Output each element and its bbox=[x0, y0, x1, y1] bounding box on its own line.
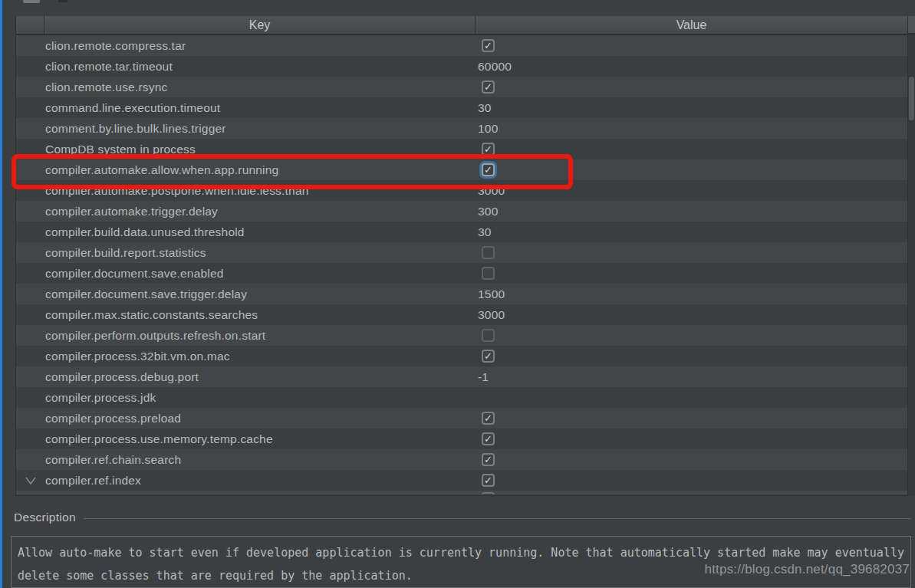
value-text[interactable]: 3000 bbox=[478, 308, 505, 322]
value-checkbox[interactable] bbox=[482, 412, 495, 425]
value-checkbox[interactable] bbox=[482, 350, 495, 363]
expander-cell[interactable] bbox=[16, 146, 45, 153]
table-row[interactable]: compiler.document.save.enabled bbox=[16, 263, 907, 284]
row-value-cell: 100 bbox=[476, 122, 907, 136]
expander-cell[interactable] bbox=[16, 166, 45, 174]
value-checkbox[interactable] bbox=[482, 329, 495, 342]
expander-cell[interactable] bbox=[16, 415, 45, 422]
expander-cell[interactable] bbox=[16, 435, 45, 443]
row-value-cell bbox=[476, 474, 907, 487]
expander-cell[interactable] bbox=[16, 332, 45, 340]
table-row[interactable]: compiler.ref.chain.search bbox=[16, 449, 907, 470]
scrollbar-header-corner bbox=[908, 16, 915, 34]
row-value-cell: 30 bbox=[476, 101, 907, 115]
value-text[interactable]: 30 bbox=[478, 101, 492, 115]
value-text[interactable]: -1 bbox=[478, 370, 489, 384]
table-row[interactable]: compiler.max.static.constants.searches 3… bbox=[16, 304, 907, 325]
expander-cell[interactable] bbox=[16, 311, 45, 319]
expander-cell[interactable] bbox=[16, 270, 45, 278]
table-row[interactable]: compiler.perform.outputs.refresh.on.star… bbox=[16, 325, 907, 346]
table-row[interactable]: command.line.execution.timeout 30 bbox=[16, 97, 907, 118]
expander-cell[interactable] bbox=[16, 187, 45, 195]
row-key: compiler.automake.trigger.delay bbox=[45, 205, 476, 218]
value-checkbox[interactable] bbox=[482, 143, 495, 156]
row-key: compiler.process.preload bbox=[45, 412, 476, 425]
table-row[interactable]: compiler.process.use.memory.temp.cache bbox=[16, 429, 907, 449]
table-row-partial[interactable] bbox=[16, 491, 907, 494]
table-row[interactable]: clion.remote.compress.tar bbox=[16, 35, 907, 56]
value-text[interactable]: 30 bbox=[478, 225, 492, 239]
value-checkbox[interactable] bbox=[482, 246, 495, 259]
value-checkbox[interactable] bbox=[482, 80, 495, 94]
description-header: Description bbox=[14, 511, 911, 524]
expander-cell[interactable] bbox=[16, 353, 45, 360]
row-value-cell bbox=[476, 432, 907, 445]
table-header-row: Key Value bbox=[16, 16, 907, 35]
table-row[interactable]: compiler.process.32bit.vm.on.mac bbox=[16, 346, 907, 366]
expander-cell[interactable] bbox=[16, 104, 45, 112]
row-value-cell bbox=[476, 329, 907, 342]
row-value-cell: 3000 bbox=[476, 308, 907, 322]
table-row[interactable]: clion.remote.tar.timeout 60000 bbox=[16, 56, 907, 77]
table-row[interactable]: CompDB system in process bbox=[16, 139, 907, 159]
row-value-cell bbox=[476, 267, 907, 280]
watermark-url: https://blog.csdn.net/qq_39682037 bbox=[705, 562, 910, 577]
expander-cell[interactable] bbox=[16, 125, 45, 133]
row-value-cell: 30 bbox=[476, 225, 907, 239]
row-key: clion.remote.compress.tar bbox=[45, 39, 476, 53]
value-checkbox[interactable] bbox=[482, 267, 495, 280]
value-checkbox[interactable] bbox=[482, 432, 495, 445]
row-key: compiler.ref.chain.search bbox=[45, 453, 476, 467]
row-value-cell: 3000 bbox=[476, 184, 907, 198]
checkbox-partial bbox=[482, 492, 495, 494]
table-row[interactable]: compiler.automake.allow.when.app.running bbox=[16, 159, 907, 180]
header-key-column[interactable]: Key bbox=[44, 16, 476, 34]
table-row[interactable]: compiler.process.debug.port -1 bbox=[16, 366, 907, 387]
expander-cell[interactable] bbox=[16, 249, 45, 257]
value-text[interactable]: 60000 bbox=[478, 60, 512, 74]
value-text[interactable]: 300 bbox=[478, 205, 498, 218]
table-row[interactable]: compiler.automake.trigger.delay 300 bbox=[16, 201, 907, 222]
registry-table: Key Value clion.remote.compress.tar clio… bbox=[15, 16, 908, 496]
row-key: compiler.process.debug.port bbox=[45, 370, 476, 384]
expander-cell[interactable] bbox=[16, 63, 45, 71]
expander-cell[interactable] bbox=[16, 394, 45, 402]
value-text[interactable]: 3000 bbox=[478, 184, 505, 198]
expander-cell[interactable] bbox=[16, 373, 45, 381]
value-text[interactable]: 1500 bbox=[478, 287, 505, 301]
value-text[interactable]: 100 bbox=[478, 122, 498, 136]
expander-cell[interactable] bbox=[16, 456, 45, 464]
expander-cell[interactable] bbox=[16, 291, 45, 298]
row-value-cell bbox=[476, 350, 907, 363]
value-checkbox[interactable] bbox=[482, 39, 495, 52]
table-row[interactable]: compiler.process.jdk bbox=[16, 387, 907, 408]
row-value-cell: 60000 bbox=[476, 60, 907, 74]
value-checkbox[interactable] bbox=[482, 474, 495, 487]
expander-cell[interactable] bbox=[16, 84, 45, 91]
toolbar-icon-partial-2[interactable] bbox=[58, 0, 67, 2]
toolbar-icon-partial-1[interactable] bbox=[23, 0, 40, 3]
row-value-cell bbox=[476, 246, 907, 259]
table-row[interactable]: compiler.automake.postpone.when.idle.les… bbox=[16, 180, 907, 201]
chevron-down-icon[interactable] bbox=[25, 477, 36, 485]
header-expander-column[interactable] bbox=[16, 16, 44, 34]
table-row[interactable]: clion.remote.use.rsync bbox=[16, 77, 907, 97]
expander-cell[interactable] bbox=[16, 42, 45, 50]
table-row[interactable]: compiler.process.preload bbox=[16, 408, 907, 429]
table-row[interactable]: compiler.build.report.statistics bbox=[16, 242, 907, 263]
table-row[interactable]: compiler.build.data.unused.threshold 30 bbox=[16, 222, 907, 242]
description-line: Allow auto-make to start even if develop… bbox=[18, 541, 904, 564]
table-row[interactable]: compiler.ref.index bbox=[16, 470, 907, 491]
header-value-column[interactable]: Value bbox=[476, 16, 907, 34]
scrollbar-thumb[interactable] bbox=[909, 77, 914, 120]
expander-cell[interactable] bbox=[16, 228, 45, 236]
value-checkbox[interactable] bbox=[482, 453, 495, 466]
row-key: compiler.perform.outputs.refresh.on.star… bbox=[45, 329, 476, 343]
value-checkbox[interactable] bbox=[482, 163, 495, 176]
table-row[interactable]: compiler.document.save.trigger.delay 150… bbox=[16, 284, 907, 304]
vertical-scrollbar[interactable] bbox=[908, 16, 915, 496]
row-key: compiler.document.save.trigger.delay bbox=[45, 287, 476, 301]
expander-cell[interactable] bbox=[16, 477, 45, 485]
table-row[interactable]: comment.by.line.bulk.lines.trigger 100 bbox=[16, 118, 907, 139]
expander-cell[interactable] bbox=[16, 208, 45, 215]
